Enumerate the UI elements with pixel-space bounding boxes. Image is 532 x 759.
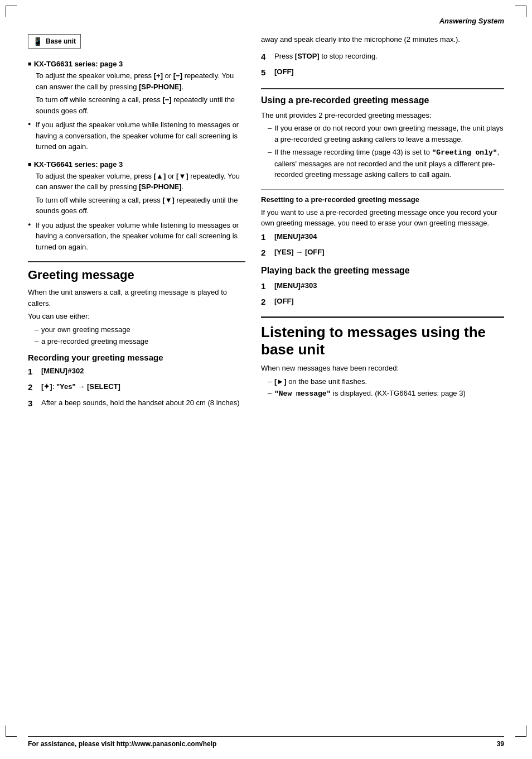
prerecorded-intro: The unit provides 2 pre-recorded greetin… <box>261 110 504 121</box>
recording-step3-content: After a beep sounds, hold the handset ab… <box>41 397 240 409</box>
greeting-option-2: a pre-recorded greeting message <box>35 336 245 347</box>
right-column: away and speak clearly into the micropho… <box>261 34 504 413</box>
corner-mark-tr <box>515 6 526 17</box>
base-unit-icon: 📱 <box>33 37 42 46</box>
page: Answering System 📱 Base unit KX-TG6631 s… <box>0 0 532 759</box>
playback-step-1: 1 [MENU]#303 <box>261 280 504 293</box>
listening-item-2: "New message" is displayed. (KX-TG6641 s… <box>268 388 504 400</box>
step-5: 5 [OFF] <box>261 66 504 79</box>
prerecorded-item-2: If the message recording time (page 43) … <box>268 147 504 180</box>
page-header: Answering System <box>28 17 504 27</box>
left-column: 📱 Base unit KX-TG6631 series: page 3 To … <box>28 34 245 413</box>
playback-step-2: 2 [OFF] <box>261 296 504 309</box>
listening-title: Listening to messages using the base uni… <box>261 324 504 358</box>
prerecorded-divider <box>261 88 504 89</box>
listening-section: Listening to messages using the base uni… <box>261 316 504 400</box>
step-4: 4 Press [STOP] to stop recording. <box>261 51 504 64</box>
corner-mark-bl <box>6 726 17 737</box>
base-unit-label: Base unit <box>46 37 76 45</box>
listening-item-1: [►] on the base unit flashes. <box>268 376 504 387</box>
recording-step-1: 1 [MENU]#302 <box>28 366 245 378</box>
prerecorded-title: Using a pre-recorded greeting message <box>261 95 504 105</box>
resetting-title: Resetting to a pre-recorded greeting mes… <box>261 195 504 204</box>
playback-step2-content: [OFF] <box>274 296 294 307</box>
series2-para1: To adjust the speaker volume, press [▲] … <box>28 171 245 217</box>
page-number: 39 <box>497 740 504 748</box>
series2-header: KX-TG6641 series: page 3 <box>28 160 245 169</box>
reset-step1-content: [MENU]#304 <box>274 231 317 243</box>
listening-items: [►] on the base unit flashes. "New messa… <box>261 376 504 400</box>
recording-title: Recording your greeting message <box>28 353 245 362</box>
prerecorded-item-1: If you erase or do not record your own g… <box>268 123 504 145</box>
header-title: Answering System <box>439 17 504 25</box>
base-unit-box: 📱 Base unit <box>28 34 81 49</box>
step4-content: Press [STOP] to stop recording. <box>274 51 378 62</box>
prerecorded-items: If you erase or do not record your own g… <box>261 123 504 180</box>
recording-step2-content: [✦]: "Yes" → [SELECT] <box>41 381 120 392</box>
page-footer: For assistance, please visit http://www.… <box>28 736 504 748</box>
greeting-options: your own greeting message a pre-recorded… <box>28 324 245 347</box>
reset-step-2: 2 [YES] → [OFF] <box>261 247 504 260</box>
footer-text: For assistance, please visit http://www.… <box>28 740 216 748</box>
recording-step-2: 2 [✦]: "Yes" → [SELECT] <box>28 381 245 394</box>
recording-step1-content: [MENU]#302 <box>41 366 84 377</box>
step3-continuation: away and speak clearly into the micropho… <box>261 34 504 45</box>
greeting-title: Greeting message <box>28 268 245 282</box>
two-column-layout: 📱 Base unit KX-TG6631 series: page 3 To … <box>28 34 504 413</box>
reset-step-1: 1 [MENU]#304 <box>261 231 504 244</box>
greeting-intro2: You can use either: <box>28 311 245 322</box>
step5-content: [OFF] <box>274 66 294 78</box>
playback-step1-content: [MENU]#303 <box>274 280 317 292</box>
series1-header: KX-TG6631 series: page 3 <box>28 60 245 68</box>
playback-title: Playing back the greeting message <box>261 265 504 276</box>
greeting-divider <box>28 261 245 262</box>
greeting-intro: When the unit answers a call, a greeting… <box>28 287 245 309</box>
corner-mark-br <box>515 726 526 737</box>
recording-step-3: 3 After a beep sounds, hold the handset … <box>28 397 245 410</box>
series1-bullet: If you adjust the speaker volume while l… <box>28 119 245 152</box>
resetting-intro: If you want to use a pre-recorded greeti… <box>261 207 504 229</box>
corner-mark-tl <box>6 6 17 17</box>
greeting-option-1: your own greeting message <box>35 324 245 335</box>
resetting-divider <box>261 189 504 190</box>
series1-para1: To adjust the speaker volume, press [+] … <box>28 70 245 116</box>
reset-step2-content: [YES] → [OFF] <box>274 247 325 258</box>
series2-bullet: If you adjust the speaker volume while l… <box>28 220 245 253</box>
listening-intro: When new messages have been recorded: <box>261 363 504 374</box>
